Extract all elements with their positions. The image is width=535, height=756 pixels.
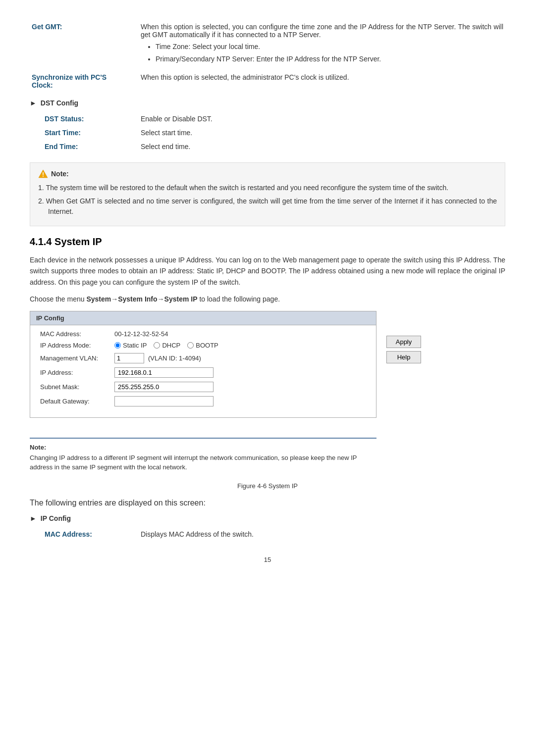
mac-address-def-desc: Displays MAC Address of the switch.: [139, 527, 505, 541]
gateway-label: Default Gateway:: [40, 398, 114, 405]
body-text: Each device in the network possesses a u…: [30, 254, 505, 288]
ip-address-row: IP Address:: [40, 367, 366, 378]
dst-config-label: DST Config: [41, 99, 78, 107]
page-number: 15: [30, 556, 505, 563]
get-gmt-bullets: Time Zone: Select your local time. Prima…: [141, 42, 503, 64]
help-button[interactable]: Help: [386, 351, 421, 363]
apply-button[interactable]: Apply: [386, 336, 421, 348]
subnet-row: Subnet Mask:: [40, 382, 366, 392]
warning-triangle-icon: !: [38, 169, 48, 179]
radio-dhcp-input[interactable]: [154, 342, 160, 349]
mac-row: MAC Address: 00-12-12-32-52-54: [40, 330, 366, 338]
radio-dhcp[interactable]: DHCP: [154, 342, 180, 349]
vlan-label: Management VLAN:: [40, 354, 114, 362]
vlan-hint: (VLAN ID: 1-4094): [148, 354, 201, 362]
dst-config-header: ► DST Config: [30, 99, 505, 107]
bullet-ntp: Primary/Secondary NTP Server: Enter the …: [156, 54, 503, 64]
radio-bootp-input[interactable]: [187, 342, 194, 349]
svg-text:!: !: [42, 171, 44, 178]
ip-mode-radio-group: Static IP DHCP BOOTP: [114, 342, 218, 349]
following-text: The following entries are displayed on t…: [30, 499, 505, 507]
start-time-desc: Select start time.: [139, 126, 505, 140]
dst-def-table: DST Status: Enable or Disable DST. Start…: [30, 112, 505, 153]
warning-icon: !: [38, 169, 48, 179]
bullet-timezone: Time Zone: Select your local time.: [156, 42, 503, 52]
mac-label: MAC Address:: [40, 330, 114, 338]
note-below-body: Changing IP address to a different IP se…: [30, 453, 376, 472]
section-heading: 4.1.4 System IP: [30, 236, 505, 248]
mac-value: 00-12-12-32-52-54: [114, 330, 168, 338]
radio-static-ip-input[interactable]: [114, 342, 121, 349]
note-title: ! Note:: [38, 169, 497, 179]
get-gmt-row: Get GMT: When this option is selected, y…: [30, 20, 505, 70]
ip-config-section-header: ► IP Config: [30, 514, 505, 522]
note-list: The system time will be restored to the …: [38, 183, 497, 217]
action-buttons: Apply Help: [386, 336, 421, 363]
menu-path: Choose the menu System→System Info→Syste…: [30, 294, 505, 304]
dst-status-desc: Enable or Disable DST.: [139, 112, 505, 126]
gateway-input[interactable]: [114, 396, 214, 406]
sync-pc-row: Synchronize with PC'S Clock: When this o…: [30, 70, 505, 92]
get-gmt-desc: When this option is selected, you can co…: [139, 20, 505, 70]
vlan-input[interactable]: [114, 353, 144, 363]
figure-caption: Figure 4-6 System IP: [30, 482, 505, 490]
start-time-row: Start Time: Select start time.: [30, 126, 505, 140]
ip-address-input[interactable]: [114, 367, 214, 378]
dst-status-term: DST Status:: [30, 112, 139, 126]
note-box: ! Note: The system time will be restored…: [30, 162, 505, 226]
radio-bootp[interactable]: BOOTP: [187, 342, 218, 349]
mac-address-def-term: MAC Address:: [30, 527, 139, 541]
end-time-term: End Time:: [30, 140, 139, 153]
mac-address-def-row: MAC Address: Displays MAC Address of the…: [30, 527, 505, 541]
ip-config-def-table: MAC Address: Displays MAC Address of the…: [30, 527, 505, 541]
ip-mode-label: IP Address Mode:: [40, 342, 114, 349]
note-below-title: Note:: [30, 444, 376, 451]
top-def-table: Get GMT: When this option is selected, y…: [30, 20, 505, 92]
ip-config-arrow-icon: ►: [30, 514, 37, 522]
sync-pc-term: Synchronize with PC'S Clock:: [30, 70, 139, 92]
end-time-row: End Time: Select end time.: [30, 140, 505, 153]
dst-status-row: DST Status: Enable or Disable DST.: [30, 112, 505, 126]
get-gmt-term: Get GMT:: [30, 20, 139, 70]
gateway-row: Default Gateway:: [40, 396, 366, 406]
ip-address-label: IP Address:: [40, 369, 114, 376]
ip-config-panel: IP Config MAC Address: 00-12-12-32-52-54…: [30, 311, 376, 418]
radio-static-ip[interactable]: Static IP: [114, 342, 147, 349]
subnet-label: Subnet Mask:: [40, 383, 114, 391]
dst-arrow-icon: ►: [30, 99, 37, 107]
subnet-input[interactable]: [114, 382, 214, 392]
ip-config-section-label: IP Config: [41, 514, 71, 522]
ip-config-body: MAC Address: 00-12-12-32-52-54 IP Addres…: [30, 325, 376, 417]
note-item-2: When Get GMT is selected and no time ser…: [38, 196, 497, 217]
vlan-row: Management VLAN: (VLAN ID: 1-4094): [40, 353, 366, 363]
note-item-1: The system time will be restored to the …: [38, 183, 497, 193]
note-below-ip: Note: Changing IP address to a different…: [30, 438, 376, 472]
end-time-desc: Select end time.: [139, 140, 505, 153]
top-definitions: Get GMT: When this option is selected, y…: [30, 20, 505, 153]
sync-pc-desc: When this option is selected, the admini…: [139, 70, 505, 92]
ip-mode-row: IP Address Mode: Static IP DHCP BOOTP: [40, 342, 366, 349]
start-time-term: Start Time:: [30, 126, 139, 140]
ip-config-panel-title: IP Config: [30, 311, 376, 325]
